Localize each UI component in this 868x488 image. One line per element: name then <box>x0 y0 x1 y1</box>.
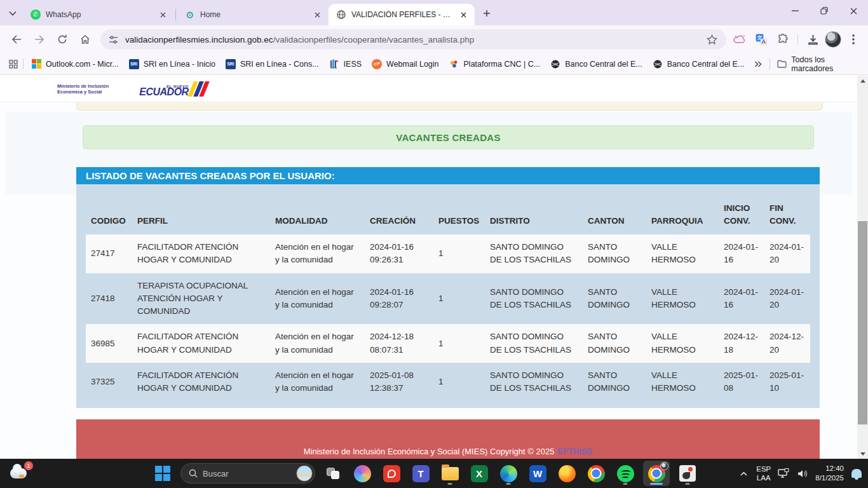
taskbar-search[interactable]: Buscar <box>180 463 315 484</box>
spotify-icon <box>617 465 634 482</box>
col-creacion: CREACIÓN <box>365 187 433 234</box>
ecuador-flag-stripes <box>191 81 207 97</box>
url-text: validacionperfilesmies.inclusion.gob.ec/… <box>125 35 702 44</box>
tray-chevron-up-icon[interactable] <box>737 467 750 480</box>
close-window-button[interactable] <box>839 0 868 22</box>
bookmark-cnc[interactable]: Plataforma CNC | C... <box>444 57 546 72</box>
tab-title: Home <box>200 10 307 19</box>
table-header-row: CODIGO PERFIL MODALIDAD CREACIÓN PUESTOS… <box>86 187 810 234</box>
start-button[interactable] <box>151 461 174 486</box>
page-scrollbar[interactable] <box>857 76 868 459</box>
close-tab-icon[interactable] <box>458 10 468 20</box>
notifications-bell-icon[interactable] <box>850 467 863 480</box>
tab-search-chevron-icon[interactable] <box>4 4 22 22</box>
bookmark-banco-central-2[interactable]: Banco Central del E... <box>648 57 750 72</box>
menu-kebab-icon[interactable] <box>844 30 863 49</box>
bookmark-outlook[interactable]: Outlook.com - Micr... <box>26 57 124 72</box>
table-row: 36985 FACILITADOR ATENCIÓN HOGAR Y COMUN… <box>86 324 810 363</box>
screen: ✆ WhatsApp ⚙ Home VALIDACIÓN PERFILES - … <box>0 0 868 488</box>
teams-button[interactable]: T <box>409 461 432 486</box>
edge-icon <box>500 465 517 482</box>
downloads-icon[interactable] <box>803 30 822 49</box>
col-codigo: CODIGO <box>86 187 132 234</box>
bookmarks-separator <box>23 58 24 70</box>
search-placeholder: Buscar <box>203 469 291 478</box>
all-bookmarks-button[interactable]: Todos los marcadores <box>776 55 862 73</box>
whatsapp-icon: ✆ <box>31 10 41 20</box>
footer-text: Ministerio de Inclusión Económica y Soci… <box>304 447 555 456</box>
globe-icon <box>336 10 346 20</box>
back-icon[interactable] <box>6 29 27 50</box>
col-parroquia: PARROQUIA <box>646 187 719 234</box>
chrome-icon <box>588 465 605 482</box>
volume-icon[interactable] <box>796 467 809 480</box>
edge-button[interactable] <box>497 461 520 486</box>
sri-icon: SRI <box>226 59 236 69</box>
bookmark-banco-central-1[interactable]: Banco Central del E... <box>545 57 648 72</box>
tab-whatsapp[interactable]: ✆ WhatsApp <box>23 4 174 25</box>
copilot-button[interactable] <box>351 461 374 486</box>
pdf-app-button[interactable] <box>380 461 403 486</box>
word-button[interactable]: W <box>526 461 549 486</box>
file-explorer-icon <box>442 467 459 480</box>
scrollbar-thumb[interactable] <box>858 221 867 424</box>
table-row: 37325 FACILITADOR ATENCIÓN HOGAR Y COMUN… <box>86 363 810 402</box>
weather-widget[interactable]: 1 <box>9 463 31 484</box>
tray-date: 8/1/2025 <box>815 473 844 483</box>
profile-avatar[interactable] <box>825 31 841 48</box>
vacancies-table: CODIGO PERFIL MODALIDAD CREACIÓN PUESTOS… <box>86 187 810 401</box>
bookmark-sri-inicio[interactable]: SRI SRI en Línea - Inicio <box>124 57 220 72</box>
language-indicator[interactable]: ESP LAA <box>756 464 771 483</box>
bookmark-webmail[interactable]: cP Webmail Login <box>367 57 444 72</box>
extensions-icon[interactable] <box>773 30 792 49</box>
chrome-button[interactable] <box>585 461 607 486</box>
tab-validacion-perfiles-mies[interactable]: VALIDACIÓN PERFILES - MIES <box>329 4 475 25</box>
task-view-button[interactable] <box>322 461 344 486</box>
clock[interactable]: 12:40 8/1/2025 <box>815 464 844 483</box>
network-icon[interactable] <box>777 467 790 480</box>
weather-cloud-icon <box>10 468 27 478</box>
iess-icon <box>329 59 339 69</box>
java-app-button[interactable] <box>676 461 699 486</box>
taskbar-center: Buscar T X W <box>151 459 699 488</box>
tray-time: 12:40 <box>815 464 844 473</box>
bookmark-sri-consultas[interactable]: SRI SRI en Línea - Cons... <box>220 57 324 72</box>
firefox-button[interactable] <box>555 461 578 486</box>
window-controls <box>780 0 868 22</box>
tab-separator <box>175 9 176 20</box>
tab-home[interactable]: ⚙ Home <box>177 4 329 25</box>
experiments-cloud-icon[interactable] <box>730 30 749 49</box>
file-explorer-button[interactable] <box>438 461 461 486</box>
pdf-app-icon <box>383 465 400 482</box>
scroll-down-icon[interactable] <box>857 449 868 459</box>
reload-icon[interactable] <box>52 29 72 50</box>
globe-dark-icon <box>653 59 663 69</box>
col-perfil: PERFIL <box>132 187 270 234</box>
close-tab-icon[interactable] <box>158 10 168 20</box>
tab-title: VALIDACIÓN PERFILES - MIES <box>351 10 453 19</box>
minimize-button[interactable] <box>780 0 810 22</box>
copilot-icon <box>354 465 371 482</box>
translate-icon[interactable] <box>752 30 771 49</box>
bookmark-star-icon[interactable] <box>702 30 721 49</box>
teams-icon: T <box>412 465 430 482</box>
efthiss-link[interactable]: EFTHISS <box>557 447 592 456</box>
chrome-active-button[interactable] <box>643 461 670 486</box>
address-bar[interactable]: validacionperfilesmies.inclusion.gob.ec/… <box>100 29 726 50</box>
notification-badge: 1 <box>24 461 33 470</box>
col-distrito: DISTRITO <box>485 187 583 234</box>
restore-button[interactable] <box>810 0 839 22</box>
sri-icon: SRI <box>129 59 139 69</box>
apps-grid-icon[interactable] <box>6 57 20 72</box>
close-tab-icon[interactable] <box>312 10 322 20</box>
bookmark-iess[interactable]: IESS <box>324 57 367 72</box>
bookmarks-separator <box>770 58 770 70</box>
forward-icon[interactable] <box>29 29 50 50</box>
scroll-up-icon[interactable] <box>857 76 868 86</box>
new-tab-button[interactable] <box>478 5 495 22</box>
bookmarks-overflow-icon[interactable] <box>749 61 767 67</box>
site-settings-icon[interactable] <box>108 34 119 45</box>
spotify-button[interactable] <box>614 461 637 486</box>
home-icon[interactable] <box>75 29 95 50</box>
excel-button[interactable]: X <box>468 461 491 486</box>
